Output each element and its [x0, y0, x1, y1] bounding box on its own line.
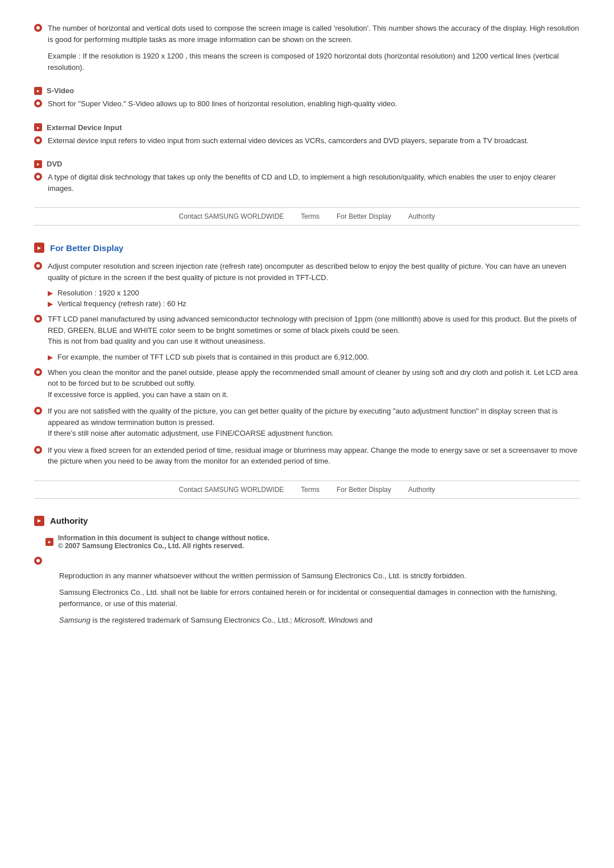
fbd-bullet-2: TFT LCD panel manufactured by using adva…: [34, 314, 580, 347]
bullet-icon-4: [34, 173, 42, 181]
nav-terms-2[interactable]: Terms: [301, 486, 320, 494]
arrow-icon-3: ▶: [48, 353, 53, 361]
fbd-text-1: Adjust computer resolution and screen in…: [48, 261, 580, 283]
fbd-text-5: If you view a fixed screen for an extend…: [48, 445, 580, 467]
example-text: Example : If the resolution is 1920 x 12…: [48, 52, 559, 72]
svideo-title: S-Video: [47, 86, 74, 95]
svideo-section: S-Video Short for "Super Video." S-Video…: [34, 86, 580, 110]
fbd-bullet-icon-3: [34, 368, 42, 376]
svideo-bullet: Short for "Super Video." S-Video allows …: [34, 98, 580, 110]
authority-section: Authority Information in this document i…: [34, 516, 580, 626]
authority-microsoft: Microsoft: [294, 616, 324, 624]
fbd-bullet-icon-5: [34, 446, 42, 454]
fbd-sub3-text: For example, the number of TFT LCD sub p…: [57, 353, 369, 361]
resolution-section: The number of horizontal and vertical do…: [34, 23, 580, 73]
fbd-bullet-5: If you view a fixed screen for an extend…: [34, 445, 580, 467]
svideo-label-icon: [34, 87, 42, 95]
fbd-sub2-text: Vertical frequency (refresh rate) : 60 H…: [57, 299, 186, 308]
fbd-bullet-icon-2: [34, 315, 42, 323]
nav-terms-1[interactable]: Terms: [301, 212, 320, 220]
for-better-display-title: For Better Display: [50, 243, 123, 253]
svideo-text: Short for "Super Video." S-Video allows …: [48, 98, 580, 110]
authority-bullet-1: [34, 556, 580, 565]
nav-authority-2[interactable]: Authority: [408, 486, 435, 494]
external-device-icon: [34, 123, 42, 131]
authority-notice-span: Information in this document is subject …: [58, 534, 269, 542]
bullet-icon-1: [34, 24, 42, 32]
authority-para3-end: and: [358, 616, 372, 624]
resolution-example: Example : If the resolution is 1920 x 12…: [48, 51, 580, 73]
fbd-bullet-1: Adjust computer resolution and screen in…: [34, 261, 580, 283]
authority-samsung-trademark: Samsung: [59, 616, 90, 624]
dvd-section: DVD A type of digital disk technology th…: [34, 160, 580, 194]
authority-header-icon: [34, 516, 44, 526]
nav-contact-2[interactable]: Contact SAMSUNG WORLDWIDE: [179, 486, 284, 494]
resolution-bullet: The number of horizontal and vertical do…: [34, 23, 580, 45]
fbd-text-2: TFT LCD panel manufactured by using adva…: [48, 314, 580, 347]
nav-contact-1[interactable]: Contact SAMSUNG WORLDWIDE: [179, 212, 284, 220]
dvd-label-icon: [34, 160, 42, 168]
authority-header: Authority: [34, 516, 580, 526]
authority-nested: Reproduction in any manner whatsoever wi…: [59, 570, 580, 626]
arrow-icon-1: ▶: [48, 289, 53, 297]
fbd-bullet-4: If you are not satisfied with the qualit…: [34, 406, 580, 439]
arrow-icon-2: ▶: [48, 300, 53, 308]
nav-authority-1[interactable]: Authority: [408, 212, 435, 220]
for-better-display-section: For Better Display Adjust computer resol…: [34, 243, 580, 467]
authority-windows: Windows: [328, 616, 358, 624]
for-better-display-header: For Better Display: [34, 243, 580, 253]
fbd-sub-items-2: ▶ For example, the number of TFT LCD sub…: [48, 353, 580, 361]
fbd-text-4: If you are not satisfied with the qualit…: [48, 406, 580, 439]
external-device-label: External Device Input: [34, 123, 580, 132]
fbd-sub1-text: Resolution : 1920 x 1200: [57, 289, 139, 297]
authority-notice-text: Information in this document is subject …: [58, 534, 269, 550]
external-device-section: External Device Input External device in…: [34, 123, 580, 147]
authority-para1: Reproduction in any manner whatsoever wi…: [59, 570, 580, 582]
authority-copyright: © 2007 Samsung Electronics Co., Ltd. All…: [58, 542, 244, 550]
fbd-arrow-3: ▶ For example, the number of TFT LCD sub…: [48, 353, 580, 361]
navbar-1: Contact SAMSUNG WORLDWIDE Terms For Bett…: [34, 207, 580, 226]
authority-title: Authority: [50, 516, 88, 525]
fbd-sub-items-1: ▶ Resolution : 1920 x 1200 ▶ Vertical fr…: [48, 289, 580, 308]
authority-para3-rest: is the registered trademark of Samsung E…: [90, 616, 294, 624]
navbar-2: Contact SAMSUNG WORLDWIDE Terms For Bett…: [34, 481, 580, 499]
dvd-label: DVD: [34, 160, 580, 168]
nav-better-display-2[interactable]: For Better Display: [337, 486, 391, 494]
bullet-icon-2: [34, 99, 42, 107]
fbd-bullet-icon-4: [34, 407, 42, 415]
authority-notice-icon: [45, 538, 53, 546]
nav-better-display-1[interactable]: For Better Display: [337, 212, 391, 220]
authority-para2: Samsung Electronics Co., Ltd. shall not …: [59, 587, 580, 609]
external-device-bullet: External device input refers to video in…: [34, 135, 580, 147]
external-device-title: External Device Input: [47, 123, 122, 132]
fbd-arrow-1: ▶ Resolution : 1920 x 1200: [48, 289, 580, 297]
authority-para3: Samsung is the registered trademark of S…: [59, 615, 580, 626]
dvd-title: DVD: [47, 160, 62, 168]
fbd-arrow-2: ▶ Vertical frequency (refresh rate) : 60…: [48, 299, 580, 308]
authority-notice-label: Information in this document is subject …: [45, 534, 580, 550]
fbd-bullet-3: When you clean the monitor and the panel…: [34, 367, 580, 400]
authority-bullet-icon-1: [34, 557, 42, 565]
for-better-display-icon: [34, 243, 44, 253]
resolution-text: The number of horizontal and vertical do…: [48, 23, 580, 45]
dvd-bullet: A type of digital disk technology that t…: [34, 172, 580, 194]
bullet-icon-3: [34, 136, 42, 144]
svideo-label: S-Video: [34, 86, 580, 95]
fbd-text-3: When you clean the monitor and the panel…: [48, 367, 580, 400]
dvd-text: A type of digital disk technology that t…: [48, 172, 580, 194]
external-device-text: External device input refers to video in…: [48, 135, 580, 147]
fbd-bullet-icon-1: [34, 262, 42, 270]
